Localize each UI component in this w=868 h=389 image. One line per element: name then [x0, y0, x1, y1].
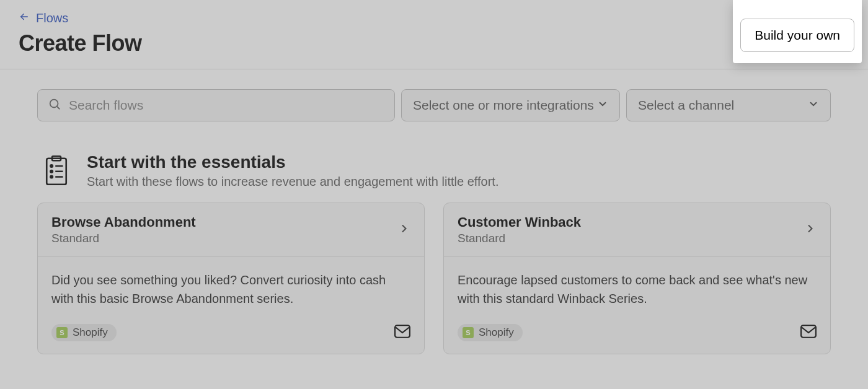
flow-card[interactable]: Browse Abandonment Standard Did you see …	[37, 203, 425, 354]
email-icon	[800, 325, 817, 341]
email-icon	[394, 325, 410, 341]
back-link-label: Flows	[36, 11, 68, 25]
svg-point-3	[50, 165, 53, 167]
card-subtitle: Standard	[458, 232, 581, 245]
shopify-icon	[56, 327, 68, 338]
svg-point-5	[50, 176, 53, 178]
build-your-own-button[interactable]: Build your own	[740, 19, 854, 52]
integration-tag: Shopify	[458, 324, 523, 341]
filters-bar: Select one or more integrations Select a…	[37, 89, 831, 121]
chevron-down-icon	[597, 98, 608, 113]
search-input-wrap[interactable]	[37, 89, 395, 121]
chevron-right-icon	[398, 222, 410, 237]
tag-label: Shopify	[73, 326, 108, 339]
tag-label: Shopify	[479, 326, 514, 339]
integrations-select-label: Select one or more integrations	[413, 98, 594, 113]
channel-select-label: Select a channel	[638, 98, 734, 113]
card-title: Customer Winback	[458, 214, 581, 230]
shopify-icon	[463, 327, 474, 338]
floating-panel: Build your own	[733, 0, 862, 63]
card-subtitle: Standard	[51, 232, 196, 245]
chevron-right-icon	[804, 222, 817, 237]
section-title: Start with the essentials	[87, 152, 498, 172]
integrations-select[interactable]: Select one or more integrations	[401, 89, 620, 121]
back-link[interactable]: Flows	[19, 11, 68, 25]
card-description: Did you see something you liked? Convert…	[51, 271, 410, 308]
search-input[interactable]	[69, 98, 384, 113]
flow-card[interactable]: Customer Winback Standard Encourage laps…	[443, 203, 831, 354]
channel-select[interactable]: Select a channel	[626, 89, 831, 121]
chevron-down-icon	[808, 98, 819, 113]
page-title: Create Flow	[19, 30, 849, 56]
search-icon	[48, 97, 61, 113]
svg-point-4	[50, 170, 53, 173]
svg-rect-7	[801, 325, 816, 338]
card-title: Browse Abandonment	[51, 214, 196, 230]
arrow-left-icon	[19, 11, 30, 25]
cards-grid: Browse Abandonment Standard Did you see …	[37, 203, 831, 354]
svg-point-0	[50, 100, 58, 108]
section-head: Start with the essentials Start with the…	[37, 152, 831, 189]
integration-tag: Shopify	[51, 324, 117, 341]
card-description: Encourage lapsed customers to come back …	[458, 271, 817, 308]
section-subtitle: Start with these flows to increase reven…	[87, 175, 498, 189]
clipboard-list-icon	[43, 155, 69, 188]
content: Select one or more integrations Select a…	[0, 69, 868, 374]
svg-rect-6	[395, 325, 410, 338]
